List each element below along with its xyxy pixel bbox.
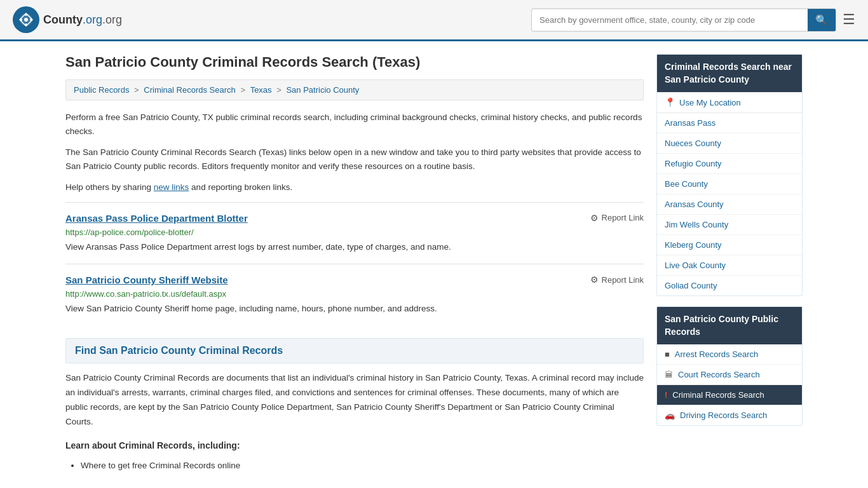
nearby-link-3[interactable]: Bee County xyxy=(657,174,802,194)
content-area: San Patricio County Criminal Records Sea… xyxy=(65,54,644,476)
nearby-link-4[interactable]: Aransas County xyxy=(657,194,802,215)
link-entry-2-header: San Patricio County Sheriff Website ⚙ Re… xyxy=(65,274,644,285)
breadcrumb-sep3: > xyxy=(276,85,283,95)
link-entry-1-header: Aransas Pass Police Department Blotter ⚙… xyxy=(65,213,644,224)
search-input[interactable] xyxy=(532,10,808,30)
link-desc-1: View Aransas Pass Police Department arre… xyxy=(65,241,644,254)
link-title-1[interactable]: Aransas Pass Police Department Blotter xyxy=(65,213,248,224)
link-desc-2: View San Patricio County Sheriff home pa… xyxy=(65,302,644,315)
record-item-driving[interactable]: 🚗 Driving Records Search xyxy=(657,405,802,425)
learn-list: Where to get free Criminal Records onlin… xyxy=(65,459,644,473)
nearby-link-1[interactable]: Nueces County xyxy=(657,133,802,154)
nearby-link-5[interactable]: Jim Wells County xyxy=(657,215,802,235)
arrest-icon: ■ xyxy=(665,349,670,359)
location-icon: 📍 xyxy=(665,97,675,107)
report-label-1: Report Link xyxy=(602,213,644,222)
svg-point-5 xyxy=(25,24,27,26)
arrest-link[interactable]: Arrest Records Search xyxy=(675,349,759,359)
criminal-link[interactable]: Criminal Records Search xyxy=(672,390,764,400)
use-my-location[interactable]: 📍 Use My Location xyxy=(657,92,802,113)
logo-text: County.org.org xyxy=(43,13,122,27)
use-location-label: Use My Location xyxy=(679,98,741,107)
link-entry-2: San Patricio County Sheriff Website ⚙ Re… xyxy=(65,264,644,325)
find-section-body: San Patricio County Criminal Records are… xyxy=(65,371,644,473)
report-label-2: Report Link xyxy=(602,275,644,285)
nearby-link-8[interactable]: Goliad County xyxy=(657,276,802,295)
breadcrumb: Public Records > Criminal Records Search… xyxy=(65,79,644,100)
find-section-text: San Patricio County Criminal Records are… xyxy=(65,371,644,430)
site-header: County.org.org 🔍 ☰ xyxy=(0,0,868,41)
report-icon-1: ⚙ xyxy=(590,213,599,223)
header-right: 🔍 ☰ xyxy=(531,8,855,32)
court-icon: 🏛 xyxy=(665,370,673,379)
link-url-1: https://ap-police.com/police-blotter/ xyxy=(65,227,644,237)
breadcrumb-county[interactable]: San Patricio County xyxy=(286,85,359,95)
find-section-header: Find San Patricio County Criminal Record… xyxy=(65,338,644,363)
breadcrumb-public-records[interactable]: Public Records xyxy=(74,85,129,95)
report-link-1[interactable]: ⚙ Report Link xyxy=(590,213,644,223)
nearby-link-0[interactable]: Aransas Pass xyxy=(657,113,802,133)
public-records-title: San Patricio County Public Records xyxy=(657,307,802,344)
logo-area[interactable]: County.org.org xyxy=(13,6,122,33)
nearby-link-7[interactable]: Live Oak County xyxy=(657,255,802,276)
search-bar: 🔍 xyxy=(531,8,836,32)
learn-title: Learn about Criminal Records, including: xyxy=(65,438,644,454)
svg-point-3 xyxy=(25,13,27,16)
svg-point-6 xyxy=(20,18,22,21)
search-button[interactable]: 🔍 xyxy=(808,9,836,31)
nearby-box-title: Criminal Records Search near San Patrici… xyxy=(657,55,802,92)
new-links-link[interactable]: new links xyxy=(154,182,189,192)
public-records-box: San Patricio County Public Records ■ Arr… xyxy=(656,306,803,426)
intro-text-1: Perform a free San Patricio County, TX p… xyxy=(65,111,644,138)
breadcrumb-sep1: > xyxy=(134,85,141,95)
record-item-criminal[interactable]: ! Criminal Records Search xyxy=(657,385,802,405)
main-container: San Patricio County Criminal Records Sea… xyxy=(53,41,815,488)
breadcrumb-criminal-records[interactable]: Criminal Records Search xyxy=(144,85,236,95)
intro-text-2: The San Patricio County Criminal Records… xyxy=(65,146,644,173)
driving-link[interactable]: Driving Records Search xyxy=(680,410,767,420)
criminal-icon: ! xyxy=(665,390,667,400)
record-item-court[interactable]: 🏛 Court Records Search xyxy=(657,365,802,385)
report-link-2[interactable]: ⚙ Report Link xyxy=(590,274,644,285)
breadcrumb-texas[interactable]: Texas xyxy=(250,85,272,95)
sidebar: Criminal Records Search near San Patrici… xyxy=(656,54,803,476)
svg-point-4 xyxy=(30,18,32,21)
driving-icon: 🚗 xyxy=(665,410,675,420)
link-url-2: http://www.co.san-patricio.tx.us/default… xyxy=(65,289,644,299)
learn-item-1: Where to get free Criminal Records onlin… xyxy=(81,459,644,473)
nearby-box: Criminal Records Search near San Patrici… xyxy=(656,54,803,296)
record-item-arrest[interactable]: ■ Arrest Records Search xyxy=(657,344,802,365)
svg-point-2 xyxy=(24,18,28,22)
breadcrumb-sep2: > xyxy=(240,85,247,95)
court-link[interactable]: Court Records Search xyxy=(678,370,760,379)
page-title: San Patricio County Criminal Records Sea… xyxy=(65,54,644,71)
link-entry-1: Aransas Pass Police Department Blotter ⚙… xyxy=(65,202,644,264)
link-title-2[interactable]: San Patricio County Sheriff Website xyxy=(65,274,228,285)
search-icon: 🔍 xyxy=(815,15,828,25)
intro-text-3: Help others by sharing new links and rep… xyxy=(65,180,644,194)
nearby-link-2[interactable]: Refugio County xyxy=(657,154,802,174)
nearby-link-6[interactable]: Kleberg County xyxy=(657,235,802,255)
menu-icon[interactable]: ☰ xyxy=(843,11,855,28)
report-icon-2: ⚙ xyxy=(590,274,599,285)
logo-icon xyxy=(13,6,39,33)
find-section-title: Find San Patricio County Criminal Record… xyxy=(75,345,634,356)
